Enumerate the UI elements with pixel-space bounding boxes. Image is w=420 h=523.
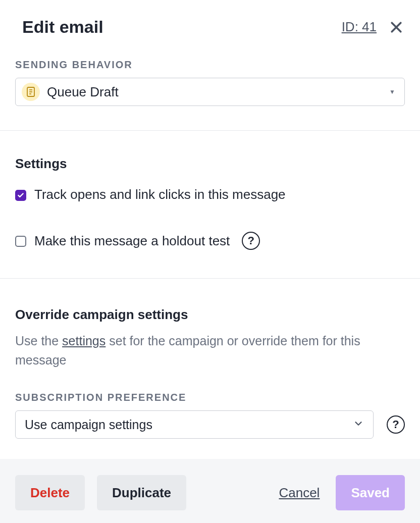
chevron-down-icon — [353, 418, 364, 431]
header-actions: ID: 41 — [342, 19, 405, 36]
subscription-pref-label: SUBSCRIPTION PREFERENCE — [15, 392, 405, 403]
subscription-pref-row: Use campaign settings ? — [15, 410, 405, 439]
duplicate-button[interactable]: Duplicate — [97, 475, 186, 510]
modal-header: Edit email ID: 41 — [0, 0, 420, 37]
saved-button: Saved — [336, 475, 405, 510]
close-button[interactable] — [388, 19, 405, 36]
cancel-button[interactable]: Cancel — [275, 475, 324, 510]
sending-behavior-select[interactable]: Queue Draft ▼ — [15, 78, 405, 106]
subscription-help-button[interactable]: ? — [387, 415, 405, 434]
settings-link[interactable]: settings — [62, 334, 106, 348]
override-desc-pre: Use the — [15, 334, 62, 348]
caret-down-icon: ▼ — [389, 88, 395, 95]
holdout-test-row: Make this message a holdout test ? — [15, 232, 405, 250]
override-description: Use the settings set for the campaign or… — [15, 332, 405, 370]
sending-behavior-value: Queue Draft — [47, 84, 119, 100]
sending-behavior-label: SENDING BEHAVIOR — [15, 59, 405, 71]
holdout-label: Make this message a holdout test — [34, 233, 230, 249]
check-icon — [17, 192, 24, 199]
settings-section: Settings Track opens and link clicks in … — [0, 131, 420, 279]
subscription-pref-select[interactable]: Use campaign settings — [15, 410, 374, 439]
page-title: Edit email — [22, 17, 103, 37]
override-title: Override campaign settings — [15, 307, 405, 323]
close-icon — [389, 20, 404, 35]
holdout-help-button[interactable]: ? — [242, 232, 260, 250]
edit-email-modal: Edit email ID: 41 SENDING BEHAVIOR Queue… — [0, 0, 420, 523]
sending-behavior-section: SENDING BEHAVIOR Queue Draft ▼ — [0, 37, 420, 131]
delete-button[interactable]: Delete — [15, 475, 85, 510]
id-link[interactable]: ID: 41 — [342, 19, 377, 35]
settings-title: Settings — [15, 156, 405, 172]
track-opens-row: Track opens and link clicks in this mess… — [15, 187, 405, 202]
holdout-checkbox[interactable] — [15, 236, 26, 247]
track-opens-checkbox[interactable] — [15, 190, 26, 201]
override-section: Override campaign settings Use the setti… — [0, 279, 420, 459]
question-icon: ? — [248, 234, 254, 247]
document-icon — [26, 87, 35, 97]
modal-footer: Delete Duplicate Cancel Saved — [0, 459, 420, 523]
draft-icon-wrap — [22, 83, 40, 101]
question-icon: ? — [392, 418, 399, 431]
subscription-pref-value: Use campaign settings — [25, 417, 152, 432]
track-opens-label: Track opens and link clicks in this mess… — [34, 187, 286, 202]
